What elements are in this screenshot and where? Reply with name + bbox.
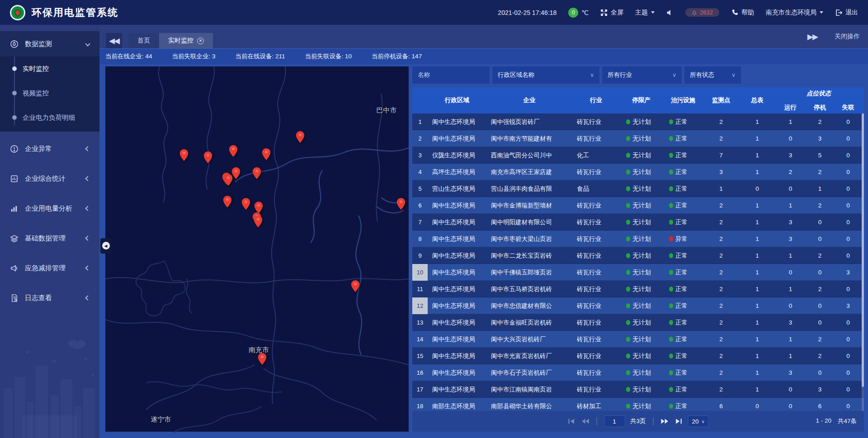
status-dot-green (669, 220, 673, 225)
tabs-scroll-left-button[interactable]: ◀◀ (106, 33, 122, 48)
map-pin-5[interactable] (296, 131, 304, 143)
map-pin-16[interactable] (351, 280, 359, 292)
table-row[interactable]: 14阆中生态环境局阆中大兴页岩机砖厂砖瓦行业无计划正常21120 (412, 331, 864, 348)
map-panel[interactable]: 巴中市南充市遂宁市 ◀ (105, 66, 409, 432)
cell-stop: 2 (805, 252, 835, 259)
map-pin-4[interactable] (262, 148, 270, 160)
row-index: 6 (412, 197, 428, 214)
sidebar-item-6[interactable]: 日志查看 (0, 285, 99, 311)
first-page-button[interactable] (567, 418, 576, 424)
map-pin-9[interactable] (224, 174, 233, 186)
facility-label: 正常 (675, 285, 688, 293)
record-range: 1 - 20 (816, 417, 831, 425)
name-search-input[interactable]: 名称 (412, 66, 490, 84)
theme-dropdown[interactable]: 主题 (635, 9, 655, 17)
fullscreen-button[interactable]: 全屏 (600, 9, 623, 17)
limit-label: 无计划 (632, 352, 651, 360)
table-row[interactable]: 12阆中生态环境局阆中市忠信建材有限公砖瓦行业无计划正常21003 (412, 297, 864, 314)
table-row[interactable]: 7阆中生态环境局阆中明阳建材有限公司砖瓦行业无计划正常21300 (412, 214, 864, 231)
industry-select[interactable]: 所有行业 ∨ (602, 66, 682, 84)
sidebar-collapse-button[interactable]: ◀ (100, 238, 111, 254)
cell-stop: 0 (805, 235, 835, 242)
facility-label: 正常 (675, 168, 688, 176)
cell-industry: 砖瓦行业 (572, 168, 620, 176)
page-size-select[interactable]: 20 ∨ (688, 415, 709, 427)
cell-facility: 正常 (663, 285, 703, 293)
cell-meters: 1 (739, 152, 776, 159)
map-pin-15[interactable] (396, 198, 405, 210)
table-row[interactable]: 4高坪生态环境局南充市高坪区王家店建砖瓦行业无计划正常31220 (412, 164, 864, 180)
status-dot-green (626, 170, 630, 174)
table-row[interactable]: 10阆中生态环境局阆中千佛镇五郎垭页岩砖瓦行业无计划正常21003 (412, 264, 864, 281)
table-row[interactable]: 5营山生态环境局营山县润丰肉食品有限食品无计划正常10010 (412, 180, 864, 197)
sidebar-item-5[interactable]: 应急减排管理 (0, 255, 99, 281)
map-pin-14[interactable] (254, 216, 262, 227)
last-page-button[interactable] (675, 418, 683, 424)
industry-select-value: 所有行业 (608, 71, 632, 79)
sidebar-item-1[interactable]: 企业异常 (0, 136, 99, 161)
map-pin-1[interactable] (180, 149, 189, 161)
tab-close-icon[interactable]: ✕ (197, 38, 204, 44)
table-scrollbar[interactable] (862, 113, 864, 411)
table-row[interactable]: 3仪陇生态环境局西南油气田分公司川中化工无计划正常71350 (412, 147, 864, 164)
limit-label: 无计划 (632, 335, 651, 344)
table-row[interactable]: 8阆中生态环境局阆中市枣碧大梁山页岩砖瓦行业无计划异常21300 (412, 231, 864, 247)
map-pin-12[interactable] (254, 202, 263, 213)
cell-meters: 1 (739, 269, 776, 276)
map-pin-11[interactable] (241, 198, 250, 210)
limit-label: 无计划 (632, 218, 651, 226)
sidebar-subitem[interactable]: 实时监控 (0, 57, 99, 81)
cell-stop: 2 (805, 286, 835, 292)
sidebar-item-0[interactable]: 数据监测 (0, 31, 99, 57)
table-row[interactable]: 18南部生态环境局南部县砌华土砖有限公砖材加工无计划正常60060 (412, 398, 864, 411)
map-pin-10[interactable] (223, 196, 231, 207)
cell-limit: 无计划 (620, 252, 663, 260)
name-input-placeholder: 名称 (418, 71, 430, 79)
col-lost: 失联 (835, 103, 862, 112)
sidebar-item-4[interactable]: 基础数据管理 (0, 226, 99, 251)
sidebar-subitem[interactable]: 视频监控 (0, 81, 99, 105)
prev-page-button[interactable] (581, 418, 589, 424)
sidebar-item-2[interactable]: 企业综合统计 (0, 166, 99, 191)
logout-button[interactable]: 退出 (835, 9, 858, 17)
cell-facility: 正常 (663, 168, 703, 176)
cell-run: 3 (776, 319, 805, 326)
table-row[interactable]: 2阆中生态环境局阆中市南方节能建材有砖瓦行业无计划正常21030 (412, 130, 864, 147)
map-pin-7[interactable] (252, 167, 261, 179)
tab-实时监控[interactable]: 实时监控✕ (159, 33, 213, 48)
map-pin-3[interactable] (229, 145, 238, 157)
sidebar-subitem[interactable]: 企业电力负荷明细 (0, 105, 99, 130)
table-row[interactable]: 17阆中生态环境局阆中市江南镇阆南页岩砖瓦行业无计划正常21030 (412, 381, 864, 398)
speaker-mute-icon[interactable] (666, 9, 674, 16)
map-pin-17[interactable] (258, 353, 266, 365)
table-row[interactable]: 11阆中生态环境局阆中市五马桥页岩机砖砖瓦行业无计划正常21120 (412, 281, 864, 297)
sidebar-item-3[interactable]: 企业用电量分析 (0, 196, 99, 221)
close-operations-button[interactable]: 关闭操作 (835, 33, 860, 41)
org-dropdown[interactable]: 南充市生态环境局 (766, 9, 823, 17)
stats-icon (10, 174, 19, 183)
status-select[interactable]: 所有状态 ∨ (684, 66, 741, 84)
help-button[interactable]: 帮助 (731, 9, 754, 17)
map-pin-2[interactable] (203, 151, 212, 163)
next-page-button[interactable] (661, 418, 669, 424)
table-row[interactable]: 13阆中生态环境局阆中市金福旺页岩机砖砖瓦行业无计划正常21300 (412, 314, 864, 331)
cell-meters: 1 (739, 302, 776, 309)
cell-company: 阆中明阳建材有限公司 (486, 218, 572, 226)
stats-bar: 当前在线企业: 44当前失联企业: 3当前在线设备: 211当前失联设备: 10… (99, 48, 868, 64)
tabs-scroll-right-button[interactable]: ▶▶ (807, 32, 817, 42)
region-select[interactable]: 行政区域名称 ∨ (492, 66, 599, 84)
facility-label: 正常 (675, 335, 688, 344)
table-row[interactable]: 1阆中生态环境局阆中强锐页岩砖厂砖瓦行业无计划正常21120 (412, 113, 864, 130)
table-row[interactable]: 16阆中生态环境局阆中市石子页岩机砖厂砖瓦行业无计划正常21300 (412, 364, 864, 381)
table-row[interactable]: 9阆中生态环境局阆中市二龙长宝页岩砖砖瓦行业无计划正常21120 (412, 247, 864, 264)
page-number-input[interactable]: 1 (604, 415, 625, 427)
fullscreen-label: 全屏 (611, 9, 623, 17)
cell-run: 2 (776, 169, 805, 175)
cell-points: 2 (703, 369, 739, 376)
table-row[interactable]: 6阆中生态环境局阆中市金博瑞新型墙材砖瓦行业无计划正常21120 (412, 197, 864, 214)
tab-首页[interactable]: 首页 (128, 33, 159, 48)
table-row[interactable]: 15阆中生态环境局阆中市光富页岩机砖厂砖瓦行业无计划正常21120 (412, 348, 864, 364)
notification-badge[interactable]: 2632 (685, 8, 719, 17)
cell-stop: 0 (805, 302, 835, 309)
limit-label: 无计划 (632, 252, 651, 260)
